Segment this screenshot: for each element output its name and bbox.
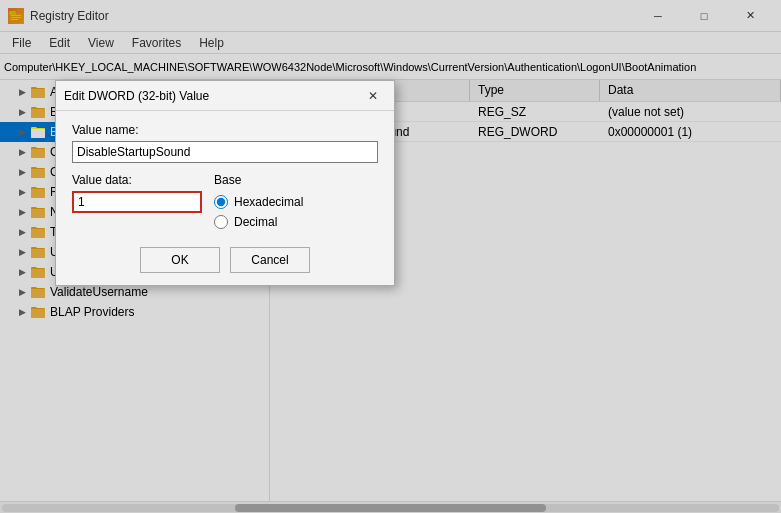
value-data-input[interactable]	[72, 191, 202, 213]
value-data-input-wrapper	[72, 191, 202, 213]
dialog-close-button[interactable]: ✕	[360, 85, 386, 107]
value-data-label: Value data:	[72, 173, 202, 187]
radio-group: Hexadecimal Decimal	[214, 195, 303, 229]
base-label: Base	[214, 173, 303, 187]
value-data-left: Value data:	[72, 173, 202, 229]
radio-hexadecimal-input[interactable]	[214, 195, 228, 209]
radio-hexadecimal-label: Hexadecimal	[234, 195, 303, 209]
radio-decimal-input[interactable]	[214, 215, 228, 229]
edit-dword-dialog: Edit DWORD (32-bit) Value ✕ Value name: …	[55, 80, 395, 286]
dialog-buttons: OK Cancel	[72, 243, 378, 273]
modal-overlay: Edit DWORD (32-bit) Value ✕ Value name: …	[0, 0, 781, 513]
dialog-title: Edit DWORD (32-bit) Value	[64, 89, 360, 103]
radio-decimal[interactable]: Decimal	[214, 215, 303, 229]
radio-hexadecimal[interactable]: Hexadecimal	[214, 195, 303, 209]
cancel-button[interactable]: Cancel	[230, 247, 310, 273]
radio-decimal-label: Decimal	[234, 215, 277, 229]
value-data-right: Base Hexadecimal Decimal	[214, 173, 303, 229]
value-name-input[interactable]	[72, 141, 378, 163]
dialog-title-bar: Edit DWORD (32-bit) Value ✕	[56, 81, 394, 111]
value-data-section: Value data: Base Hexadecimal	[72, 173, 378, 229]
value-name-label: Value name:	[72, 123, 378, 137]
dialog-body: Value name: Value data: Base Hexadecimal	[56, 111, 394, 285]
ok-button[interactable]: OK	[140, 247, 220, 273]
